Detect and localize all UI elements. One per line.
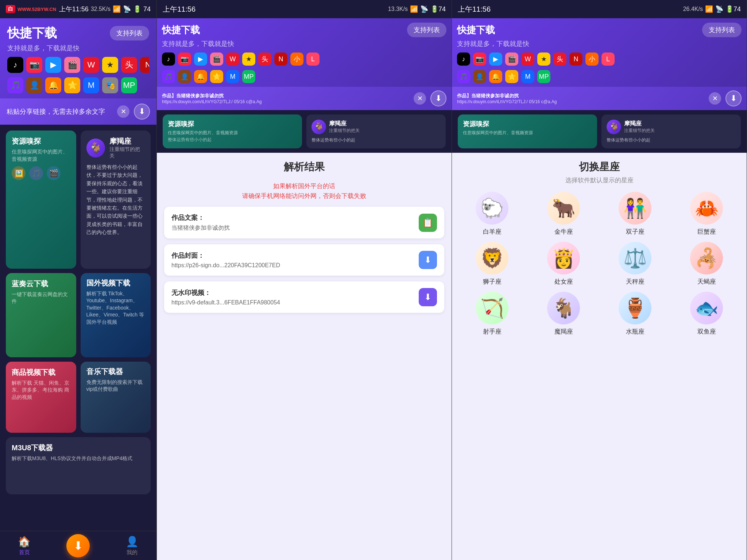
zodiac-scorpio[interactable]: 🦂 天蝎座 [674,242,739,286]
zodiac-cancer[interactable]: 🦀 巨蟹座 [674,192,739,236]
app-icon-mp-right[interactable]: MP [537,70,550,83]
support-list-btn-mid[interactable]: 支持列表 [407,23,446,37]
app-icon-gray[interactable]: 🎭 [102,77,118,93]
app-icon-star-right[interactable]: ⭐ [505,70,518,83]
foreign-download-card[interactable]: 国外视频下载 解析下载 TikTok、Youtube、Instagram、Twi… [81,273,151,357]
app-icons-row1-left: ♪ 📷 ▶ 🎬 W ★ 头 N 小 L [7,57,149,73]
app-icon-weibo[interactable]: W [83,57,99,73]
app-icon-yellow-right[interactable]: ★ [537,52,550,66]
zodiac-capricorn[interactable]: 🐐 魔羯座 [531,292,596,336]
app-icon-orange2[interactable]: 🔔 [45,77,61,93]
paste-download-btn-left[interactable]: ⬇ [134,104,150,120]
taurus-name: 金牛座 [554,228,573,236]
horoscope-card-left[interactable]: 🐐 摩羯座 注重细节的把关 整体运势有些小小的起伏，不要过于放大问题，要保持乐观… [81,131,151,269]
app-icon-netease[interactable]: N [140,57,149,73]
music-download-card[interactable]: 音乐下载器 免费无限制的搜索并下载vip或付费歌曲 [81,362,151,433]
horoscope-avatar-mid: 🐐 [311,120,326,134]
horoscope-name-mid: 摩羯座 [329,120,360,128]
app-icon-blue2[interactable]: M [83,77,99,93]
app-icon-youku-mid[interactable]: ▶ [194,52,207,66]
app-icon-mp[interactable]: MP [121,77,137,93]
product-video-card[interactable]: 商品视频下载 解析下载 天猫、闲鱼、京东、拼多多、考拉海购 商品的视频 [6,362,76,433]
copy-text-btn[interactable]: 📋 [419,214,437,232]
support-list-btn-left[interactable]: 支持列表 [110,26,149,40]
app-icon-orange2-right[interactable]: 🔔 [489,70,502,83]
m3u8-desc: 解析下载M3U8、HLS协议文件并自动合并成MP4格式 [12,455,145,462]
virgo-name: 处女座 [554,277,573,286]
download-cover-btn[interactable]: ⬇ [419,251,437,269]
app-icon-brown[interactable]: 👤 [26,77,42,93]
download-video-btn[interactable]: ⬇ [419,288,437,306]
m3u8-card[interactable]: M3U8下载器 解析下载M3U8、HLS协议文件并自动合并成MP4格式 [6,437,151,494]
paste-download-btn-right[interactable]: ⬇ [725,90,742,106]
app-icon-brown-right[interactable]: 👤 [473,70,486,83]
app-icon-star-mid[interactable]: ⭐ [210,70,223,83]
app-icon-yellow-mid[interactable]: ★ [242,52,255,66]
app-icon-kuaishou-right[interactable]: 小 [585,52,599,66]
zodiac-pisces[interactable]: 🐟 双鱼座 [674,292,739,336]
leo-name: 狮子座 [483,277,502,286]
zodiac-virgo[interactable]: 👸 处女座 [531,242,596,286]
app-icon-toutiao-right[interactable]: 头 [553,52,566,66]
app-icon-star[interactable]: ⭐ [64,77,80,93]
app-icon-netease-mid[interactable]: N [274,52,287,66]
signal-icon-mid: 📶 [410,5,418,13]
app-icon-yellow[interactable]: ★ [102,57,118,73]
horoscope-card-mid[interactable]: 🐐 摩羯座 注重细节的把关 整体运势有些小小的起 [306,114,446,148]
app-icon-blue2-right[interactable]: M [521,70,534,83]
app-icon-tiktok[interactable]: ♪ [7,57,23,73]
app-icon-red-right[interactable]: 📷 [473,52,486,66]
app-icons-row2-left: 🎵 👤 🔔 ⭐ M 🎭 MP [7,77,149,93]
app-icon-netease-right[interactable]: N [569,52,582,66]
app-icon-toutiao-mid[interactable]: 头 [258,52,271,66]
app-icon-youku-right[interactable]: ▶ [489,52,502,66]
app-icon-bilibili-mid[interactable]: 🎬 [210,52,223,66]
horoscope-card-right[interactable]: 🐐 摩羯座 注重细节的把关 整体运势有些小小的起 [601,114,741,148]
zodiac-aries[interactable]: 🐑 白羊座 [459,192,525,236]
app-icon-kuaishou-mid[interactable]: 小 [290,52,303,66]
zodiac-leo[interactable]: 🦁 狮子座 [459,242,525,286]
resource-card-right[interactable]: 资源嗅探 任意嗅探网页中的图片、音视频资源 [458,114,597,148]
paste-close-btn-right[interactable]: ✕ [709,92,721,105]
resource-sniff-card[interactable]: 资源嗅探 任意嗅探网页中的图片、音视频资源 🖼️ 🎵 🎬 [6,131,76,269]
resource-card-mid[interactable]: 资源嗅探 任意嗅探网页中的图片、音视频资源 整体运势有些小小的起 [163,114,302,148]
nav-download-btn-left[interactable]: ⬇ [66,534,90,557]
parse-result-title: 解析结果 [164,160,444,174]
app-icon-orange2-mid[interactable]: 🔔 [194,70,207,83]
app-icon-purple2[interactable]: 🎵 [7,77,23,93]
image-icon: 🖼️ [12,166,26,180]
app-icon-lala-mid[interactable]: L [306,52,320,66]
app-icon-mp-mid[interactable]: MP [242,70,255,83]
music-icon: 🎵 [29,166,43,180]
app-icon-blue2-mid[interactable]: M [226,70,239,83]
app-icon-weibo-mid[interactable]: W [226,52,239,66]
zodiac-libra[interactable]: ⚖️ 天秤座 [602,242,668,286]
app-icon-red-mid[interactable]: 📷 [178,52,191,66]
nav-mine-left[interactable]: 👤 我的 [126,536,139,556]
app-icon-tiktok-right[interactable]: ♪ [457,52,470,66]
app-icon-bilibili[interactable]: 🎬 [64,57,80,73]
paste-close-btn-left[interactable]: ✕ [117,105,129,118]
app-icon-lala-right[interactable]: L [601,52,615,66]
zodiac-sagittarius[interactable]: 🏹 射手座 [459,292,525,336]
zodiac-taurus[interactable]: 🐂 金牛座 [531,192,596,236]
paste-download-btn-mid[interactable]: ⬇ [430,90,446,106]
app-icon-purple2-mid[interactable]: 🎵 [162,70,175,83]
app-icon-youku[interactable]: ▶ [45,57,61,73]
zodiac-aquarius[interactable]: 🏺 水瓶座 [602,292,668,336]
horoscope-name-right: 摩羯座 [624,120,655,128]
paste-close-btn-mid[interactable]: ✕ [414,92,426,105]
app-icon-bilibili-right[interactable]: 🎬 [505,52,518,66]
app-icon-tiktok-mid[interactable]: ♪ [162,52,175,66]
support-list-btn-right[interactable]: 支持列表 [702,23,742,37]
app-icon-weibo-right[interactable]: W [521,52,534,66]
lanyun-card[interactable]: 蓝奏云下载 一键下载蓝奏云网盘的文件 [6,273,76,357]
app-icon-purple2-right[interactable]: 🎵 [457,70,470,83]
app-icon-brown-mid[interactable]: 👤 [178,70,191,83]
app-icon-red[interactable]: 📷 [26,57,42,73]
app-icon-toutiao[interactable]: 头 [121,57,137,73]
sagittarius-name: 射手座 [483,327,502,336]
zodiac-gemini[interactable]: 👫 双子座 [602,192,668,236]
horoscope-avatar: 🐐 [86,139,105,158]
nav-home-left[interactable]: 🏠 首页 [18,536,31,556]
